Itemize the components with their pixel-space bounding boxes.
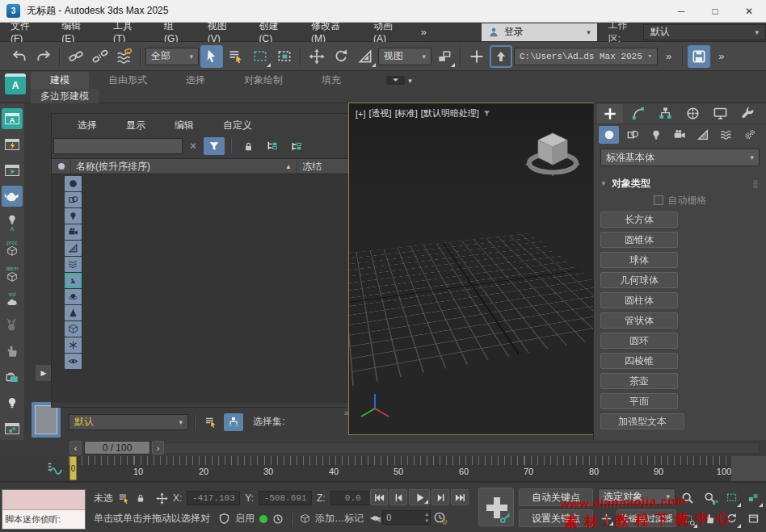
maximize-button[interactable]: □ xyxy=(698,0,732,22)
light-lister-icon[interactable]: A xyxy=(2,212,23,232)
key-filters-button[interactable]: 关键点过滤器 xyxy=(617,509,676,527)
y-coord-field[interactable]: -508.691 xyxy=(259,491,312,505)
undo-button[interactable] xyxy=(8,45,31,68)
primitive-category-dropdown[interactable]: 标准基本体 ▾ xyxy=(600,149,760,166)
play-animation-button[interactable] xyxy=(409,489,430,505)
show-lights-icon[interactable] xyxy=(65,208,82,224)
show-bones-icon[interactable] xyxy=(65,289,82,304)
menu-modifiers[interactable]: 修改器(M) xyxy=(301,23,363,41)
zoom-all-icon[interactable] xyxy=(699,488,720,508)
x-coord-field[interactable]: -417.103 xyxy=(187,491,240,505)
scene-converter-icon[interactable] xyxy=(2,418,23,439)
cylinder-button[interactable]: 圆柱体 xyxy=(600,292,678,308)
use-pivot-point-button[interactable] xyxy=(433,45,456,68)
teapot-button[interactable]: 茶壶 xyxy=(600,373,678,389)
collapse-tree-icon[interactable] xyxy=(286,137,307,155)
adaptive-degradation-icon[interactable] xyxy=(218,513,230,525)
track-bar-ruler[interactable]: 0 10 20 30 40 50 60 70 80 90 100 xyxy=(69,456,766,481)
time-tag-cube-icon[interactable] xyxy=(300,513,310,524)
maxscript-mini-listener[interactable]: 脚本迷你侦听: xyxy=(2,489,86,530)
tube-button[interactable]: 管状体 xyxy=(600,312,678,329)
volume-create-icon[interactable]: vol xyxy=(2,289,23,310)
menu-group[interactable]: 组(G) xyxy=(154,23,197,41)
state-sets-icon[interactable] xyxy=(2,134,23,155)
select-object-button[interactable] xyxy=(200,45,223,68)
plane-button[interactable]: 平面 xyxy=(600,393,678,409)
viewport-general-menu[interactable]: [+] xyxy=(356,109,366,119)
scene-explorer-toggle-icon[interactable] xyxy=(224,413,243,431)
menu-edit[interactable]: 编辑(E) xyxy=(51,23,103,41)
modify-tab[interactable] xyxy=(625,104,650,124)
alembic-create-icon[interactable]: alem xyxy=(2,263,23,284)
create-tab[interactable] xyxy=(597,104,623,124)
procedural-create-icon[interactable]: proc xyxy=(2,237,23,258)
sphere-button[interactable]: 球体 xyxy=(600,252,678,268)
auto-key-button[interactable]: 自动关键点 xyxy=(519,488,593,506)
time-marker[interactable]: 0 xyxy=(69,456,77,480)
hierarchy-tab[interactable] xyxy=(652,104,678,124)
absolute-offset-mode-icon[interactable] xyxy=(156,492,168,505)
autogrid-checkbox[interactable] xyxy=(654,195,663,205)
close-button[interactable]: ✕ xyxy=(732,0,766,22)
bind-to-space-warp-button[interactable] xyxy=(113,45,136,68)
explorer-menu-display[interactable]: 显示 xyxy=(126,119,145,132)
geosphere-button[interactable]: 几何球体 xyxy=(600,272,678,288)
viewport-filter-icon[interactable] xyxy=(482,109,491,118)
go-to-end-button[interactable] xyxy=(451,489,469,505)
filter-icon[interactable] xyxy=(204,137,225,155)
ribbon-tab-selection[interactable]: 选择 xyxy=(166,72,225,89)
sign-in-button[interactable]: 登录 ▾ xyxy=(482,23,597,41)
menu-overflow-chevron[interactable]: » xyxy=(415,26,433,38)
ribbon-config-icon[interactable]: A xyxy=(5,73,26,94)
next-key-button[interactable] xyxy=(431,489,449,505)
systems-category-icon[interactable] xyxy=(739,126,760,144)
time-slider-track[interactable] xyxy=(162,442,760,454)
ribbon-tab-object-paint[interactable]: 对象绘制 xyxy=(225,72,302,89)
listener-line[interactable]: 脚本迷你侦听: xyxy=(2,510,85,529)
toolbar-overflow-chevron[interactable]: » xyxy=(659,50,678,62)
explorer-menu-select[interactable]: 选择 xyxy=(78,119,97,132)
unlink-selection-button[interactable] xyxy=(89,45,112,68)
previous-frame-arrow[interactable]: ‹ xyxy=(69,441,82,455)
explorer-menu-customize[interactable]: 自定义 xyxy=(223,119,252,132)
show-shapes-icon[interactable] xyxy=(65,192,82,207)
show-xrefs-icon[interactable] xyxy=(65,321,82,337)
selection-region-button[interactable] xyxy=(249,45,271,68)
zoom-extents-icon[interactable] xyxy=(721,488,742,508)
reference-coordinate-dropdown[interactable]: 视图 ▾ xyxy=(378,48,431,65)
up-one-level-toggle[interactable] xyxy=(490,45,512,68)
viewport-pov-menu[interactable]: [透视] xyxy=(369,107,392,119)
window-crossing-toggle[interactable] xyxy=(273,45,296,68)
row-type-column-icon[interactable] xyxy=(52,159,71,174)
geometry-category-icon[interactable] xyxy=(599,126,619,144)
display-tab[interactable] xyxy=(707,104,733,124)
layer-manager-icon[interactable] xyxy=(201,413,221,431)
utilities-tab[interactable] xyxy=(734,104,760,124)
helpers-category-icon[interactable] xyxy=(692,126,713,144)
explorer-list-area[interactable] xyxy=(52,174,348,403)
mini-curve-editor-icon[interactable] xyxy=(44,459,66,480)
toolbar-overflow-chevron-2[interactable]: » xyxy=(712,50,730,62)
ribbon-tab-freeform[interactable]: 自由形式 xyxy=(89,72,166,89)
explorer-menu-edit[interactable]: 编辑 xyxy=(175,119,194,132)
set-keys-button[interactable] xyxy=(478,488,514,526)
viewport-per-view-menu[interactable]: [标准] xyxy=(395,107,418,119)
show-frozen-icon[interactable] xyxy=(65,337,82,353)
working-pivot-icon[interactable] xyxy=(598,510,614,526)
current-frame-display[interactable]: 0 / 100 xyxy=(84,441,150,455)
parameter-editor-icon[interactable] xyxy=(2,341,23,362)
select-and-scale-button[interactable] xyxy=(354,45,377,68)
time-tag-clock-icon[interactable] xyxy=(272,513,284,525)
object-type-rollout-header[interactable]: ▼ 对象类型 ⣿ xyxy=(594,174,766,192)
shapes-category-icon[interactable] xyxy=(622,126,642,144)
set-key-button[interactable]: 设置关键点 xyxy=(519,509,593,527)
zoom-extents-all-icon[interactable] xyxy=(743,488,764,508)
pan-view-icon[interactable] xyxy=(699,509,720,529)
lights-category-icon[interactable] xyxy=(646,126,666,144)
explorer-search-input[interactable] xyxy=(53,138,183,154)
isolate-selection-icon[interactable] xyxy=(118,492,130,505)
pyramid-button[interactable]: 四棱锥 xyxy=(600,353,678,369)
textplus-button[interactable]: 加强型文本 xyxy=(600,413,684,429)
show-hidden-icon[interactable] xyxy=(65,354,82,369)
frame-spinner[interactable]: ▲▼ xyxy=(424,511,429,524)
